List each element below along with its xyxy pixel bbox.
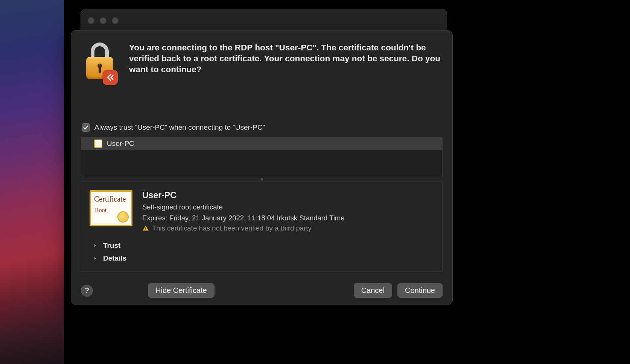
trust-disclosure[interactable]: Trust [90, 239, 434, 252]
panel-resize-handle[interactable] [81, 177, 443, 182]
certificate-warning-dialog: You are connecting to the RDP host "User… [71, 30, 453, 305]
certificate-type: Self-signed root certificate [142, 202, 434, 213]
wallpaper [0, 0, 64, 364]
dialog-header: You are connecting to the RDP host "User… [81, 41, 443, 82]
dialog-message: You are connecting to the RDP host "User… [129, 41, 443, 82]
window-traffic-lights [88, 17, 119, 24]
details-disclosure-label: Details [103, 254, 126, 262]
certificate-expiry: Expires: Friday, 21 January 2022, 11:18:… [142, 213, 434, 224]
chevron-right-icon [93, 243, 98, 248]
trust-disclosure-label: Trust [103, 241, 120, 250]
cancel-button[interactable]: Cancel [354, 283, 392, 298]
help-button[interactable]: ? [81, 285, 93, 297]
always-trust-row: Always trust “User-PC” when connecting t… [81, 123, 443, 132]
continue-button[interactable]: Continue [397, 283, 443, 298]
certificate-name: User-PC [142, 190, 434, 200]
dialog-footer: ? Hide Certificate Cancel Continue [81, 280, 443, 298]
certificate-details-panel: Certificate Root User-PC Self-signed roo… [81, 182, 443, 272]
desktop-background: You are connecting to the RDP host "User… [0, 0, 630, 364]
traffic-light-minimize[interactable] [100, 17, 107, 24]
certificate-chain-list[interactable]: User-PC [81, 137, 443, 177]
certificate-list-item-name: User-PC [107, 140, 134, 148]
certificate-warning-text: This certificate has not been verified b… [152, 224, 312, 232]
certificate-large-icon: Certificate Root [90, 190, 132, 226]
certificate-summary: Certificate Root User-PC Self-signed roo… [90, 190, 434, 232]
lock-icon-wrap [81, 41, 119, 82]
rdp-badge-icon [103, 70, 118, 85]
traffic-light-close[interactable] [88, 17, 94, 24]
svg-rect-0 [145, 228, 146, 229]
details-disclosure[interactable]: Details [90, 252, 434, 265]
svg-rect-1 [145, 230, 146, 231]
chevron-right-icon [93, 256, 98, 261]
always-trust-checkbox[interactable] [82, 123, 90, 132]
traffic-light-zoom[interactable] [112, 17, 119, 24]
always-trust-label: Always trust “User-PC” when connecting t… [94, 123, 265, 132]
certificate-warning: This certificate has not been verified b… [142, 224, 434, 232]
warning-icon [142, 225, 149, 232]
hide-certificate-button[interactable]: Hide Certificate [148, 283, 215, 298]
certificate-list-item[interactable]: User-PC [81, 137, 442, 150]
lock-icon [85, 42, 115, 82]
certificate-mini-icon [94, 140, 102, 148]
